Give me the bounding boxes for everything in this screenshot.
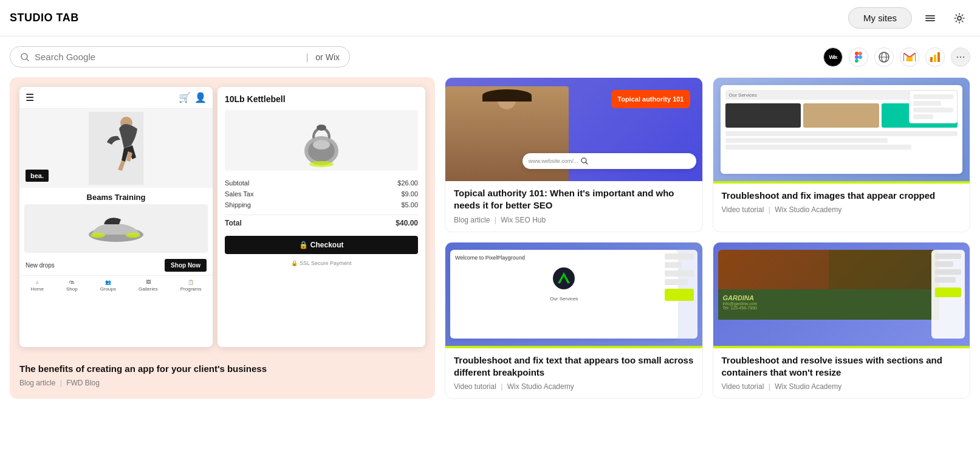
galleries-icon: 🖼: [146, 280, 151, 285]
large-card-footer: The benefits of creating an app for your…: [10, 357, 435, 396]
nav-home: ⌂ Home: [31, 280, 44, 292]
checkout-button[interactable]: 🔒 Checkout: [225, 236, 418, 254]
troubleshoot-images-card[interactable]: Our Services Troublesho: [713, 77, 971, 232]
menu-icon-button[interactable]: [919, 7, 941, 29]
svg-rect-6: [858, 52, 862, 55]
pixel-thumbnail: Welcome to PixelPlayground Our Services: [445, 243, 702, 346]
ts-images-type: Video tutorial: [722, 205, 764, 214]
plant-overlay: [829, 250, 939, 289]
shipping-label: Shipping: [225, 201, 251, 208]
nav-galleries: 🖼 Galleries: [139, 280, 158, 292]
favicon-row: Wix: [823, 47, 970, 67]
large-card-type: Blog article: [19, 379, 55, 387]
ts-text-3: [725, 145, 911, 150]
large-card-title: The benefits of creating an app for your…: [19, 363, 425, 375]
gardina-top: [718, 250, 940, 289]
subtotal-value: $26.00: [397, 179, 418, 187]
top-bar: STUDIO TAB My sites: [0, 0, 980, 36]
svg-point-9: [858, 55, 862, 59]
pixel-window: Welcome to PixelPlayground Our Services: [450, 250, 678, 339]
favicon-figma[interactable]: [849, 47, 868, 67]
phone-preview: ☰ 🛒 👤: [19, 87, 213, 347]
gardina-bottom: GARDINA info@gardina.comTel: 123-456-789…: [718, 289, 940, 320]
brand-badge: bea.: [26, 170, 49, 182]
subtotal-label: Subtotal: [225, 179, 249, 187]
checkout-tax-row: Sales Tax $9.00: [225, 190, 418, 198]
new-drops-label: New drops: [26, 262, 55, 269]
gp-row-3: [935, 269, 961, 275]
pixel-sidebar: [661, 250, 697, 339]
topical-authority-card[interactable]: Topical authority 101 www.website.com/..…: [445, 77, 703, 232]
troubleshoot-thumbnail: Our Services: [713, 78, 970, 181]
search-icon: [20, 52, 30, 62]
pixel-brand-header: Welcome to PixelPlayground: [455, 255, 673, 261]
hamburger-icon: ☰: [26, 92, 34, 103]
ts-text-type: Video tutorial: [454, 382, 496, 391]
ts-sections-card-body: Troubleshoot and resolve issues with sec…: [713, 348, 970, 399]
search-input[interactable]: [35, 52, 299, 62]
separator: |: [60, 379, 62, 387]
gp-row-2: [935, 261, 953, 267]
shop-icon: 🛍: [69, 280, 74, 285]
ts-images-meta: Video tutorial | Wix Studio Academy: [722, 205, 962, 214]
topical-card-meta: Blog article | Wix SEO Hub: [454, 216, 694, 224]
favicon-analytics[interactable]: [925, 47, 945, 67]
shipping-value: $5.00: [401, 201, 418, 208]
panel-row-2: [913, 101, 941, 106]
svg-point-24: [309, 161, 334, 167]
phone-nav: ⌂ Home 🛍 Shop 👥 Groups 🖼 Galleries: [19, 275, 213, 294]
panel-row-1: [913, 94, 953, 99]
svg-rect-13: [934, 55, 936, 62]
search-area: | or Wix Wix: [0, 36, 980, 72]
favicon-globe[interactable]: [874, 47, 894, 67]
ts-text-title: Troubleshoot and fix text that appears t…: [454, 354, 694, 379]
favicon-wix[interactable]: Wix: [823, 47, 843, 67]
programs-icon: 📋: [188, 280, 194, 285]
shoe-illustration: [86, 213, 146, 244]
shop-now-btn: Shop Now: [165, 259, 207, 272]
ts-img-1: [725, 103, 801, 128]
tax-label: Sales Tax: [225, 190, 254, 198]
troubleshoot-text-card[interactable]: Welcome to PixelPlayground Our Services: [445, 242, 703, 399]
more-dots-icon: ···: [956, 50, 965, 63]
pixel-logo-area: [455, 263, 673, 294]
gardina-panel: [931, 250, 965, 339]
svg-point-19: [126, 233, 140, 238]
svg-point-23: [317, 125, 326, 131]
cart-icon: 🛒: [179, 92, 191, 103]
ts-sections-source: Wix Studio Academy: [775, 382, 841, 391]
phone-hero: bea.: [19, 109, 213, 188]
search-divider: |: [304, 52, 311, 62]
menu-icon: [924, 12, 936, 24]
ts-sections-meta: Video tutorial | Wix Studio Academy: [722, 382, 962, 391]
nav-shop: 🛍 Shop: [66, 280, 78, 292]
topical-type: Blog article: [454, 216, 490, 224]
favicon-more-button[interactable]: ···: [951, 47, 970, 67]
top-bar-right: My sites: [848, 7, 970, 29]
checkout-product-title: 10Lb Kettlebell: [225, 94, 418, 104]
sb-field-4: [665, 279, 688, 285]
separator5: |: [769, 382, 770, 391]
my-sites-button[interactable]: My sites: [848, 7, 912, 29]
ts-images-card-body: Troubleshoot and fix images that appear …: [713, 184, 970, 221]
mail-icon: [903, 53, 916, 61]
phone-cta-row: New drops Shop Now: [19, 255, 213, 275]
topical-orange-box: Topical authority 101: [611, 90, 690, 108]
topical-card-title: Topical authority 101: When it's importa…: [454, 187, 694, 212]
large-feature-card[interactable]: ☰ 🛒 👤: [10, 77, 435, 399]
large-card-meta: Blog article | FWD Blog: [19, 379, 425, 387]
pixel-logo: [553, 267, 575, 289]
troubleshoot-sections-card[interactable]: GARDINA info@gardina.comTel: 123-456-789…: [713, 242, 971, 399]
favicon-gmail[interactable]: [900, 47, 919, 67]
svg-rect-12: [930, 57, 933, 62]
search-url: www.website.com/...: [529, 158, 578, 164]
globe-icon: [878, 51, 890, 63]
kettlebell-image: [225, 110, 418, 171]
logo: STUDIO TAB: [10, 12, 79, 24]
tax-value: $9.00: [401, 190, 418, 198]
gardina-card: GARDINA info@gardina.comTel: 123-456-789…: [718, 250, 940, 339]
settings-icon-button[interactable]: [948, 7, 970, 29]
hair: [482, 89, 532, 102]
search-bar-container[interactable]: | or Wix: [10, 46, 350, 67]
large-card-source: FWD Blog: [66, 379, 100, 387]
